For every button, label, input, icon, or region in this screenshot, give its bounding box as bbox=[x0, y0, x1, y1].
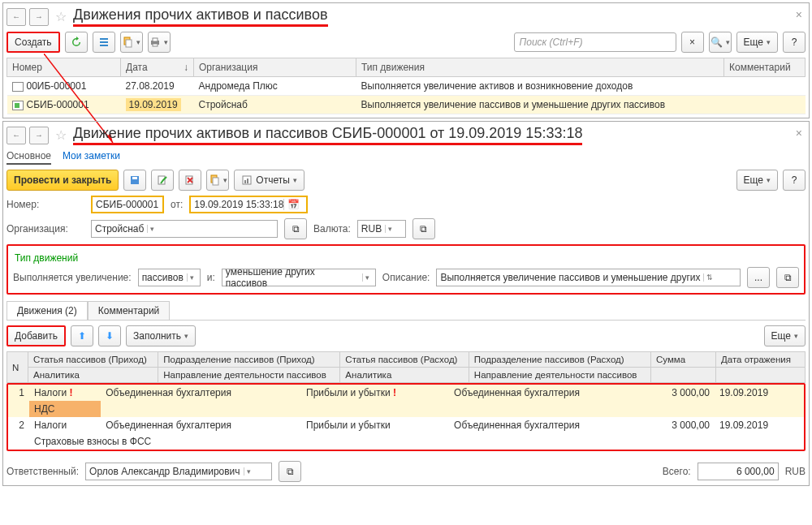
org-label: Организация: bbox=[6, 223, 84, 235]
dec-field[interactable]: уменьшение других пассивов▾ bbox=[222, 269, 376, 286]
desc-open-button[interactable]: ⧉ bbox=[776, 267, 799, 288]
copy-button[interactable] bbox=[206, 170, 229, 191]
and-label: и: bbox=[207, 272, 215, 283]
total-cur: RUB bbox=[785, 466, 806, 477]
close-icon[interactable]: × bbox=[796, 127, 802, 140]
lines-highlight: 1 Налоги ! Объединенная бухгалтерия Приб… bbox=[6, 383, 806, 451]
line-row-sub[interactable]: НДС bbox=[8, 401, 804, 417]
svg-rect-2 bbox=[100, 45, 108, 46]
more-button[interactable]: Еще bbox=[736, 170, 778, 191]
total-value: 6 000,00 bbox=[698, 463, 779, 480]
col-type[interactable]: Тип движения bbox=[356, 58, 724, 77]
help-button[interactable]: ? bbox=[783, 32, 806, 53]
svg-rect-0 bbox=[100, 38, 108, 40]
list-panel: × ← → ☆ Движения прочих активов и пассив… bbox=[2, 2, 810, 118]
post-button[interactable] bbox=[151, 170, 174, 191]
list-title: Движения прочих активов и пассивов bbox=[73, 6, 328, 27]
warn-icon: ! bbox=[393, 387, 396, 398]
svg-rect-4 bbox=[126, 40, 132, 47]
svg-rect-1 bbox=[100, 41, 108, 43]
fill-button[interactable]: Заполнить bbox=[126, 325, 196, 346]
calendar-icon: 📅 bbox=[283, 199, 303, 210]
post-close-button[interactable]: Провести и закрыть bbox=[6, 170, 119, 191]
lines-table: N Статья пассивов (Приход) Подразделение… bbox=[6, 351, 806, 383]
table-row[interactable]: 00ИБ-000001 27.08.2019 Андромеда Плюс Вы… bbox=[7, 77, 806, 96]
line-row[interactable]: 1 Налоги ! Объединенная бухгалтерия Приб… bbox=[8, 385, 804, 401]
from-label: от: bbox=[171, 199, 183, 210]
cur-open-button[interactable]: ⧉ bbox=[412, 218, 435, 239]
resp-field[interactable]: Орлов Александр Владимирович▾ bbox=[85, 463, 272, 480]
create-button[interactable]: Создать bbox=[6, 32, 60, 53]
print-button[interactable] bbox=[148, 32, 171, 53]
save-button[interactable] bbox=[123, 170, 146, 191]
svg-rect-7 bbox=[153, 44, 158, 46]
svg-rect-20 bbox=[247, 179, 248, 183]
documents-table: Номер Дата ↓ Организация Тип движения Ко… bbox=[6, 58, 806, 114]
org-open-button[interactable]: ⧉ bbox=[284, 218, 307, 239]
refresh-button[interactable] bbox=[65, 32, 88, 53]
unpost-button[interactable] bbox=[179, 170, 201, 191]
search-input[interactable]: Поиск (Ctrl+F) bbox=[514, 32, 676, 52]
doc-title: Движение прочих активов и пассивов СБИБ-… bbox=[73, 125, 582, 145]
resp-open-button[interactable]: ⧉ bbox=[279, 461, 301, 482]
col-org[interactable]: Организация bbox=[194, 58, 356, 77]
org-field[interactable]: Стройснаб▾ bbox=[91, 220, 278, 238]
total-label: Всего: bbox=[663, 466, 691, 477]
nav-notes[interactable]: Мои заметки bbox=[63, 150, 120, 165]
movement-type-head: Тип движений bbox=[15, 252, 799, 264]
tab-comment[interactable]: Комментарий bbox=[88, 301, 171, 320]
svg-rect-11 bbox=[132, 177, 137, 179]
nav-fwd-button[interactable]: → bbox=[29, 8, 49, 26]
col-date[interactable]: Дата ↓ bbox=[121, 58, 194, 77]
nav-back-button[interactable]: ← bbox=[6, 127, 26, 144]
copy-button[interactable] bbox=[120, 32, 143, 53]
warn-icon: ! bbox=[70, 387, 73, 398]
line-row[interactable]: 2 Налоги Объединенная бухгалтерия Прибыл… bbox=[8, 417, 804, 433]
more-button[interactable]: Еще bbox=[736, 32, 778, 53]
num-field[interactable]: СБИБ-000001 bbox=[91, 196, 164, 213]
svg-rect-6 bbox=[153, 38, 158, 41]
svg-rect-19 bbox=[244, 180, 246, 183]
more-button[interactable]: Еще bbox=[764, 325, 806, 346]
move-down-button[interactable]: ⬇ bbox=[98, 325, 121, 346]
nav-main[interactable]: Основное bbox=[6, 150, 51, 165]
doc-panel: × ← → ☆ Движение прочих активов и пассив… bbox=[2, 121, 810, 486]
line-row-sub[interactable]: Страховые взносы в ФСС bbox=[8, 433, 804, 450]
col-comment[interactable]: Комментарий bbox=[724, 58, 806, 77]
inc-field[interactable]: пассивов▾ bbox=[138, 269, 201, 286]
search-clear-button[interactable]: × bbox=[681, 32, 704, 53]
add-row-button[interactable]: Добавить bbox=[6, 325, 66, 346]
close-icon[interactable]: × bbox=[796, 8, 802, 21]
help-button[interactable]: ? bbox=[783, 170, 806, 191]
cur-field[interactable]: RUB▾ bbox=[357, 220, 406, 238]
desc-more-button[interactable]: ... bbox=[747, 267, 770, 288]
date-field[interactable]: 19.09.2019 15:33:18📅 bbox=[189, 196, 308, 213]
favorite-icon[interactable]: ☆ bbox=[52, 8, 70, 26]
desc-label: Описание: bbox=[382, 272, 430, 283]
inc-label: Выполняется увеличение: bbox=[13, 272, 132, 283]
cur-label: Валюта: bbox=[313, 223, 351, 235]
reports-button[interactable]: Отчеты bbox=[234, 170, 304, 191]
favorite-icon[interactable]: ☆ bbox=[52, 127, 70, 144]
nav-back-button[interactable]: ← bbox=[6, 8, 26, 26]
desc-field[interactable]: Выполняется увеличение пассивов и уменьш… bbox=[436, 269, 741, 286]
list-icon-button[interactable] bbox=[93, 32, 115, 53]
tab-moves[interactable]: Движения (2) bbox=[6, 301, 88, 320]
nav-fwd-button[interactable]: → bbox=[29, 127, 49, 144]
col-num[interactable]: Номер bbox=[7, 58, 121, 77]
search-go-button[interactable]: 🔍 bbox=[709, 32, 732, 53]
svg-rect-17 bbox=[213, 178, 218, 185]
resp-label: Ответственный: bbox=[6, 466, 79, 477]
move-up-button[interactable]: ⬆ bbox=[71, 325, 93, 346]
num-label: Номер: bbox=[6, 199, 84, 210]
movement-type-block: Тип движений Выполняется увеличение: пас… bbox=[6, 244, 806, 295]
table-row-selected[interactable]: СБИБ-000001 19.09.2019 Стройснаб Выполня… bbox=[7, 96, 806, 114]
